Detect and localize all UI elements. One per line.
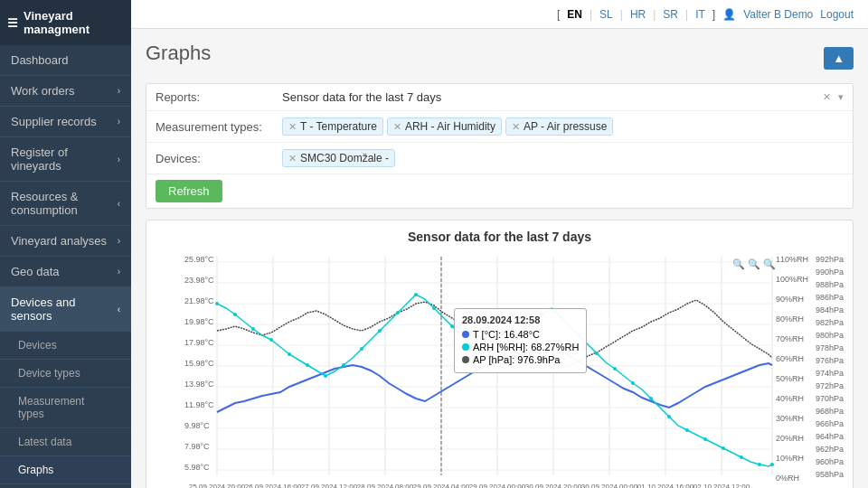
svg-point-96 (631, 381, 635, 385)
sidebar-subitem-measurement-types[interactable]: Measurement types (0, 388, 131, 428)
tag-label: ARH - Air Humidity (405, 120, 495, 133)
devices-row: Devices: ✕ SMC30 Domžale - (146, 143, 853, 174)
sidebar-item-label: Vineyard analyses (11, 234, 107, 248)
svg-point-94 (595, 352, 599, 355)
x-axis-labels: 25.09.2024 20:00 26.09.2024 16:00 27.09.… (189, 483, 750, 488)
chart-panel: Sensor data for the last 7 days 25.98°C … (146, 220, 854, 488)
svg-point-93 (577, 333, 580, 337)
sidebar-item-work-orders[interactable]: Work orders › (0, 76, 131, 107)
svg-text:974hPa: 974hPa (816, 369, 844, 378)
page-content: Graphs ▲ Reports: Sensor data for the la… (131, 29, 868, 488)
sidebar-item-resources[interactable]: Resources & consumption ‹ (0, 182, 131, 226)
tag-remove-icon[interactable]: ✕ (512, 121, 520, 133)
sidebar-item-supplier-records[interactable]: Supplier records › (0, 107, 131, 137)
svg-text:100%RH: 100%RH (776, 275, 808, 284)
svg-text:7.98°C: 7.98°C (184, 442, 210, 451)
lang-hr[interactable]: HR (630, 8, 646, 21)
sidebar-subitem-label: Device types (18, 367, 80, 380)
sidebar-item-maps[interactable]: Maps (0, 484, 131, 488)
svg-text:30.09.2024 20:00: 30.09.2024 20:00 (525, 483, 582, 488)
chevron-right-icon: › (118, 117, 120, 127)
sidebar-item-label: Supplier records (11, 115, 97, 128)
svg-text:29.09.2024 04:00: 29.09.2024 04:00 (413, 483, 470, 488)
svg-point-75 (251, 327, 255, 331)
svg-point-86 (450, 324, 454, 328)
svg-text:20%RH: 20%RH (776, 434, 804, 443)
svg-text:25.09.2024 20:00: 25.09.2024 20:00 (189, 483, 246, 488)
svg-text:30.09.2024 00:00: 30.09.2024 00:00 (581, 483, 638, 488)
refresh-button[interactable]: Refresh (156, 180, 222, 202)
svg-text:15.98°C: 15.98°C (184, 359, 214, 368)
tag-remove-icon[interactable]: ✕ (393, 121, 401, 133)
svg-text:23.98°C: 23.98°C (184, 276, 214, 285)
reports-field: Sensor data for the last 7 days ✕ ▾ (282, 90, 844, 104)
lang-it[interactable]: IT (695, 8, 705, 21)
svg-text:13.98°C: 13.98°C (184, 380, 214, 389)
grid-lines (217, 262, 772, 470)
humidity-line (217, 295, 772, 466)
reports-panel: Reports: Sensor data for the last 7 days… (146, 83, 854, 209)
tag-remove-icon[interactable]: ✕ (288, 121, 297, 133)
sidebar-item-vineyard-analyses[interactable]: Vineyard analyses › (0, 226, 131, 257)
svg-text:966hPa: 966hPa (816, 419, 844, 428)
svg-point-85 (432, 306, 436, 310)
reports-clear-icon[interactable]: ✕ (823, 91, 831, 103)
svg-text:9.98°C: 9.98°C (184, 421, 210, 430)
svg-text:26.09.2024 16:00: 26.09.2024 16:00 (245, 483, 302, 488)
devices-field: ✕ SMC30 Domžale - (282, 149, 844, 167)
svg-point-82 (378, 329, 382, 333)
svg-text:90%RH: 90%RH (776, 295, 804, 304)
svg-text:0%RH: 0%RH (776, 474, 799, 483)
svg-point-99 (685, 428, 689, 432)
tag-label: AP - Air pressuse (524, 120, 607, 133)
chevron-right-icon: › (118, 86, 120, 96)
svg-point-101 (722, 446, 725, 450)
svg-text:984hPa: 984hPa (816, 305, 844, 314)
lang-bracket-close: ] (712, 8, 715, 21)
lang-sl[interactable]: SL (599, 8, 613, 21)
sidebar-item-geo-data[interactable]: Geo data › (0, 257, 131, 287)
menu-icon[interactable]: ☰ (7, 16, 18, 30)
y-axis-right-hpa: 992hPa 990hPa 988hPa 986hPa 984hPa 982hP… (816, 255, 844, 479)
chart-svg[interactable]: 25.98°C 23.98°C 21.98°C 19.98°C 17.98°C … (156, 249, 861, 488)
svg-text:980hPa: 980hPa (816, 331, 844, 340)
top-nav: [ EN | SL | HR | SR | IT ] 👤 Valter B De… (131, 0, 868, 29)
measurement-tag-0: ✕ T - Temperature (282, 117, 383, 136)
sidebar-item-register-vineyards[interactable]: Register of vineyards › (0, 137, 131, 182)
tag-remove-icon[interactable]: ✕ (288, 153, 297, 164)
lang-en[interactable]: EN (567, 8, 582, 21)
svg-text:10%RH: 10%RH (776, 454, 804, 463)
svg-text:19.98°C: 19.98°C (184, 317, 214, 326)
reports-dropdown-icon[interactable]: ▾ (838, 91, 844, 103)
lang-sr[interactable]: SR (663, 8, 678, 21)
svg-text:5.98°C: 5.98°C (184, 463, 210, 472)
humidity-dots (215, 293, 774, 466)
collapse-button[interactable]: ▲ (824, 47, 854, 70)
chart-toolbar[interactable]: 🔍 🔍 🔍 (732, 258, 776, 270)
svg-text:60%RH: 60%RH (776, 354, 804, 363)
svg-point-95 (613, 367, 617, 371)
user-name[interactable]: Valter B Demo (743, 8, 813, 21)
logout-link[interactable]: Logout (820, 8, 854, 21)
svg-point-104 (770, 463, 774, 466)
sidebar-subitem-latest-data[interactable]: Latest data (0, 428, 131, 456)
svg-text:21.98°C: 21.98°C (184, 296, 214, 305)
svg-text:960hPa: 960hPa (816, 457, 844, 466)
svg-text:01.10.2024 16:00: 01.10.2024 16:00 (637, 483, 694, 488)
svg-text:968hPa: 968hPa (816, 407, 844, 416)
sidebar-subitem-devices[interactable]: Devices (0, 332, 131, 360)
sidebar: ☰ Vineyard managment Dashboard Work orde… (0, 0, 131, 488)
svg-text:970hPa: 970hPa (816, 394, 844, 403)
svg-text:972hPa: 972hPa (816, 381, 844, 390)
sidebar-subitem-device-types[interactable]: Device types (0, 360, 131, 388)
svg-point-90 (523, 327, 526, 331)
measurement-label: Measurement types: (156, 120, 282, 134)
svg-point-76 (269, 338, 273, 342)
svg-point-80 (342, 363, 345, 367)
sidebar-item-dashboard[interactable]: Dashboard (0, 45, 131, 76)
sidebar-item-devices-sensors[interactable]: Devices and sensors ‹ (0, 287, 131, 332)
sidebar-header: ☰ Vineyard managment (0, 0, 131, 45)
sidebar-item-label: Resources & consumption (11, 190, 118, 217)
chevron-right-icon: › (118, 155, 120, 164)
sidebar-subitem-graphs[interactable]: Graphs (0, 456, 131, 484)
